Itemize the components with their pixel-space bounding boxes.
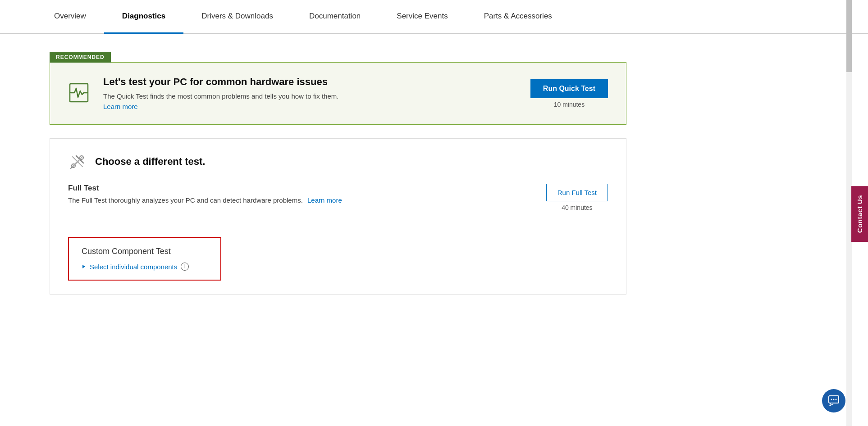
full-test-row: Full Test The Full Test thoroughly analy…	[68, 184, 608, 224]
recommended-section: RECOMMENDED Let's test your PC for commo…	[50, 52, 626, 125]
recommended-card: Let's test your PC for common hardware i…	[50, 62, 626, 125]
quick-test-time: 10 minutes	[554, 101, 585, 108]
chat-button[interactable]	[822, 389, 845, 412]
recommended-badge: RECOMMENDED	[50, 52, 111, 63]
choose-test-title: Choose a different test.	[95, 156, 205, 168]
select-components-label: Select individual components	[90, 263, 177, 271]
full-test-description: The Full Test thoroughly analyzes your P…	[68, 196, 528, 204]
custom-test-title: Custom Component Test	[82, 247, 208, 256]
full-test-info: Full Test The Full Test thoroughly analy…	[68, 184, 528, 204]
nav-item-parts[interactable]: Parts & Accessories	[466, 0, 570, 34]
full-test-name: Full Test	[68, 184, 528, 193]
nav-bar: Overview Diagnostics Drivers & Downloads…	[0, 0, 868, 34]
select-individual-components-link[interactable]: Select individual components i	[82, 263, 208, 271]
recommended-card-title: Let's test your PC for common hardware i…	[103, 76, 517, 88]
full-test-learn-more-link[interactable]: Learn more	[307, 196, 342, 204]
info-icon[interactable]: i	[181, 263, 189, 271]
quick-test-icon	[68, 82, 90, 105]
nav-item-diagnostics[interactable]: Diagnostics	[104, 0, 183, 34]
chat-icon	[828, 395, 840, 407]
recommended-card-text: Let's test your PC for common hardware i…	[103, 76, 517, 111]
contact-us-button[interactable]: Contact Us	[851, 186, 868, 242]
nav-item-documentation[interactable]: Documentation	[291, 0, 379, 34]
svg-point-12	[833, 399, 835, 400]
contact-us-wrapper: Contact Us	[851, 186, 868, 242]
recommended-learn-more-link[interactable]: Learn more	[103, 103, 138, 110]
run-quick-test-button[interactable]: Run Quick Test	[530, 79, 608, 98]
main-content: RECOMMENDED Let's test your PC for commo…	[0, 34, 676, 322]
choose-test-section: Choose a different test. Full Test The F…	[50, 138, 626, 295]
nav-item-drivers[interactable]: Drivers & Downloads	[183, 0, 291, 34]
svg-point-13	[836, 399, 837, 400]
arrow-right-icon	[82, 264, 86, 269]
custom-component-test-box: Custom Component Test Select individual …	[68, 237, 221, 281]
choose-test-header: Choose a different test.	[68, 152, 608, 171]
svg-point-11	[831, 399, 832, 400]
scrollbar-thumb[interactable]	[846, 0, 852, 72]
svg-marker-9	[82, 265, 85, 268]
full-test-action: Run Full Test 40 minutes	[546, 184, 608, 211]
nav-item-service-events[interactable]: Service Events	[379, 0, 466, 34]
full-test-time: 40 minutes	[562, 204, 592, 211]
nav-item-overview[interactable]: Overview	[36, 0, 104, 34]
quick-test-action: Run Quick Test 10 minutes	[530, 79, 608, 108]
recommended-card-description: The Quick Test finds the most common pro…	[103, 92, 517, 100]
run-full-test-button[interactable]: Run Full Test	[546, 184, 608, 201]
